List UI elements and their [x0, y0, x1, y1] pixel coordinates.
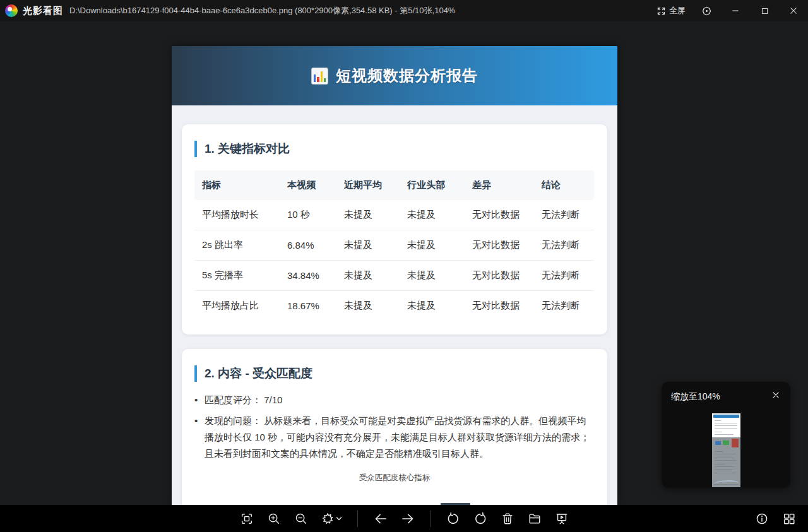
table-row: 2s 跳出率 6.84% 未提及 未提及 无对比数据 无法判断	[194, 230, 594, 261]
maximize-button[interactable]	[750, 0, 779, 21]
navigator-thumbnail[interactable]	[712, 413, 740, 487]
info-icon	[755, 512, 769, 526]
column-header: 行业头部	[400, 170, 465, 200]
table-cell: 未提及	[400, 291, 465, 321]
problem-text: 从标题来看，目标受众可能是对卖虚拟产品找货源有需求的人群。但视频平均播放时长仅 …	[205, 415, 590, 459]
table-cell: 未提及	[336, 200, 400, 230]
table-cell: 无对比数据	[465, 291, 534, 321]
thumbnail-grid-icon	[782, 512, 796, 526]
table-cell: 未提及	[400, 200, 465, 230]
fullscreen-button[interactable]: 全屏	[650, 0, 692, 21]
fit-to-screen-button[interactable]	[236, 508, 257, 529]
viewed-image-canvas[interactable]: 短视频数据分析报告 1. 关键指标对比 指标 本视频 近期平均 行业头部 差异 …	[172, 46, 617, 505]
table-cell: 18.67%	[280, 291, 336, 321]
toolbar-divider	[357, 511, 358, 527]
zoom-toast: 缩放至104%	[662, 382, 790, 488]
toast-close-button[interactable]	[769, 390, 782, 403]
rotate-right-button[interactable]	[470, 508, 490, 529]
table-cell: 未提及	[400, 261, 465, 291]
column-header: 近期平均	[336, 170, 400, 200]
open-folder-icon	[528, 512, 542, 526]
delete-button[interactable]	[497, 508, 518, 529]
section1-heading: 1. 关键指标对比	[194, 141, 595, 157]
table-cell: 未提及	[400, 230, 465, 261]
rotate-left-icon	[446, 512, 460, 526]
table-row: 平均播放时长 10 秒 未提及 未提及 无对比数据 无法判断	[194, 200, 594, 230]
table-cell: 34.84%	[280, 261, 336, 291]
previous-image-button[interactable]	[370, 508, 391, 529]
chevron-down-icon	[336, 516, 342, 521]
table-cell: 未提及	[336, 230, 400, 261]
match-score-label: 匹配度评分：	[205, 394, 261, 405]
next-image-button[interactable]	[397, 508, 418, 529]
next-image-icon	[400, 511, 415, 526]
maximize-icon	[761, 7, 769, 15]
table-cell: 平均播放占比	[194, 291, 280, 321]
beautify-icon	[321, 512, 335, 526]
app-name: 光影看图	[23, 5, 63, 17]
column-header: 结论	[534, 170, 594, 200]
table-cell: 无法判断	[534, 261, 594, 291]
table-header-row: 指标 本视频 近期平均 行业头部 差异 结论	[194, 170, 594, 200]
section1-card: 1. 关键指标对比 指标 本视频 近期平均 行业头部 差异 结论 平均播放时长 …	[182, 124, 607, 334]
rotate-left-button[interactable]	[443, 508, 463, 529]
bar-chart-emoji-icon	[311, 68, 328, 85]
table-cell: 未提及	[336, 261, 400, 291]
chart-caption: 受众匹配度核心指标	[182, 473, 607, 483]
match-score-item: 匹配度评分： 7/10	[194, 392, 595, 408]
close-icon	[771, 391, 780, 402]
toolbar-divider	[430, 511, 431, 527]
close-icon	[789, 6, 798, 15]
settings-icon	[701, 6, 712, 16]
metrics-table: 指标 本视频 近期平均 行业头部 差异 结论 平均播放时长 10 秒 未提及 未…	[194, 170, 594, 321]
zoom-out-icon	[294, 512, 308, 526]
fullscreen-icon	[656, 6, 666, 16]
close-button[interactable]	[779, 0, 808, 21]
table-cell: 无对比数据	[465, 200, 534, 230]
zoom-toast-message: 缩放至104%	[671, 391, 720, 403]
report-title: 短视频数据分析报告	[336, 66, 478, 86]
bottom-toolbar	[0, 505, 808, 532]
table-cell: 5s 完播率	[194, 261, 280, 291]
table-cell: 无对比数据	[465, 261, 534, 291]
table-cell: 无法判断	[534, 230, 594, 261]
thumbnail-grid-button[interactable]	[778, 508, 799, 529]
rotate-right-icon	[473, 512, 487, 526]
delete-icon	[501, 512, 514, 526]
minimize-button[interactable]	[721, 0, 750, 21]
table-cell: 无对比数据	[465, 230, 534, 261]
column-header: 本视频	[280, 170, 336, 200]
app-logo-icon	[5, 4, 18, 17]
beautify-button[interactable]	[318, 508, 345, 529]
table-cell: 无法判断	[534, 200, 594, 230]
section2-heading: 2. 内容 - 受众匹配度	[194, 365, 595, 382]
image-info-button[interactable]	[751, 508, 772, 529]
prev-image-icon	[373, 511, 388, 526]
zoom-in-button[interactable]	[263, 508, 284, 529]
table-cell: 2s 跳出率	[194, 230, 280, 261]
problem-label: 发现的问题：	[205, 415, 261, 426]
problem-item: 发现的问题： 从标题来看，目标受众可能是对卖虚拟产品找货源有需求的人群。但视频平…	[194, 413, 595, 462]
fit-to-screen-icon	[240, 512, 254, 526]
section2-card: 2. 内容 - 受众匹配度 匹配度评分： 7/10 发现的问题： 从标题来看，目…	[182, 349, 607, 505]
table-row: 5s 完播率 34.84% 未提及 未提及 无对比数据 无法判断	[194, 261, 594, 291]
table-cell: 平均播放时长	[194, 200, 280, 230]
minimize-icon	[731, 6, 740, 15]
table-cell: 未提及	[336, 291, 400, 321]
settings-button[interactable]	[692, 0, 721, 21]
table-row: 平均播放占比 18.67% 未提及 未提及 无对比数据 无法判断	[194, 291, 594, 321]
fullscreen-label: 全屏	[669, 5, 686, 16]
open-folder-button[interactable]	[524, 508, 545, 529]
zoom-in-icon	[267, 512, 281, 526]
slideshow-icon	[555, 512, 569, 526]
titlebar: 光影看图 D:\Downloads\b1674129-f004-44b4-baa…	[0, 0, 808, 21]
table-cell: 无法判断	[534, 291, 594, 321]
table-cell: 6.84%	[280, 230, 336, 261]
table-cell: 10 秒	[280, 200, 336, 230]
slideshow-button[interactable]	[551, 508, 572, 529]
match-score-value: 7/10	[264, 394, 282, 405]
zoom-out-button[interactable]	[290, 508, 311, 529]
column-header: 差异	[465, 170, 534, 200]
report-header-banner: 短视频数据分析报告	[172, 46, 617, 105]
toolbar-right-group	[751, 505, 799, 532]
